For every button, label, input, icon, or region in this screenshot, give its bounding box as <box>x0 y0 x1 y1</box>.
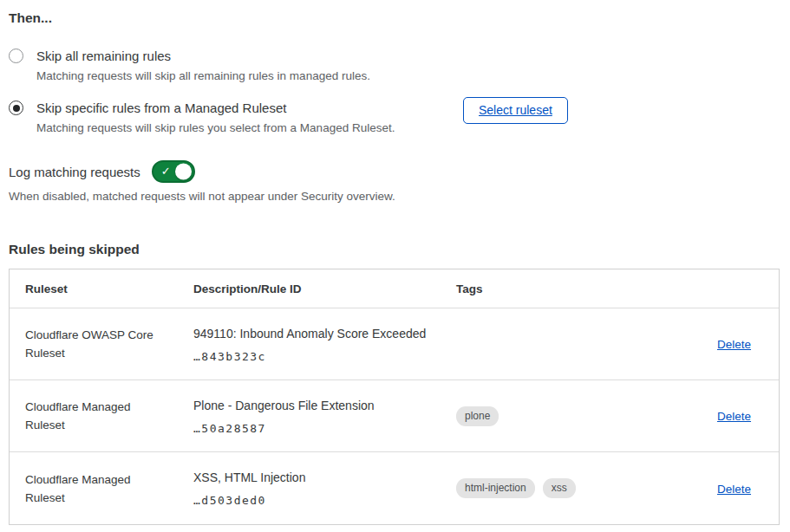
actions-cell: Delete <box>701 408 779 424</box>
tag-badge: xss <box>543 478 576 498</box>
option-label[interactable]: Skip all remaining rules <box>36 47 437 65</box>
radio-skip-specific[interactable] <box>9 101 23 115</box>
ruleset-name: Cloudflare OWASP Core Ruleset <box>10 326 178 362</box>
option-text: Skip all remaining rules Matching reques… <box>36 47 437 84</box>
check-icon: ✓ <box>161 165 171 177</box>
option-skip-all-remaining-rules: Skip all remaining rules Matching reques… <box>9 47 780 84</box>
log-toggle-description: When disabled, matched requests will not… <box>9 190 780 203</box>
tags-cell: plone <box>441 406 701 426</box>
rule-description: XSS, HTML Injection <box>193 470 428 485</box>
actions-cell: Delete <box>701 336 779 352</box>
rule-description-cell: Plone - Dangerous File Extension …50a285… <box>178 398 441 435</box>
log-toggle-switch[interactable]: ✓ <box>152 160 195 183</box>
option-skip-specific-rules: Skip specific rules from a Managed Rules… <box>9 99 780 136</box>
select-ruleset-button[interactable]: Select ruleset <box>463 97 568 124</box>
action-options: Skip all remaining rules Matching reques… <box>9 47 780 136</box>
toggle-knob <box>175 164 192 180</box>
option-text: Skip specific rules from a Managed Rules… <box>36 99 437 136</box>
tag-badge: html-injection <box>456 478 535 498</box>
waf-rule-then-panel: Then... Skip all remaining rules Matchin… <box>0 0 790 532</box>
tag-badge: plone <box>456 406 499 426</box>
ruleset-name: Cloudflare Managed Ruleset <box>10 398 178 434</box>
column-header-ruleset: Ruleset <box>10 282 178 295</box>
rule-description: 949110: Inbound Anomaly Score Exceeded <box>193 326 428 341</box>
rule-description-cell: XSS, HTML Injection …d503ded0 <box>178 470 441 507</box>
actions-cell: Delete <box>701 481 779 496</box>
rule-id: …d503ded0 <box>193 494 428 507</box>
delete-link[interactable]: Delete <box>717 483 751 496</box>
tags-cell: html-injection xss <box>441 478 701 498</box>
rule-id: …50a28587 <box>193 422 428 435</box>
then-heading: Then... <box>9 10 780 26</box>
delete-link[interactable]: Delete <box>717 410 751 423</box>
column-header-tags: Tags <box>441 282 701 295</box>
table-row: Cloudflare Managed Ruleset Plone - Dange… <box>10 380 779 452</box>
log-matching-requests-row: Log matching requests ✓ <box>9 160 780 183</box>
rules-being-skipped-table: Ruleset Description/Rule ID Tags Cloudfl… <box>9 269 780 525</box>
table-header-row: Ruleset Description/Rule ID Tags <box>10 269 779 308</box>
option-description: Matching requests will skip all remainin… <box>36 68 437 84</box>
option-description: Matching requests will skip rules you se… <box>36 120 437 136</box>
rule-description-cell: 949110: Inbound Anomaly Score Exceeded …… <box>178 326 441 363</box>
column-header-description: Description/Rule ID <box>178 282 441 295</box>
table-row: Cloudflare Managed Ruleset XSS, HTML Inj… <box>10 452 779 524</box>
log-toggle-label: Log matching requests <box>9 165 140 179</box>
rule-description: Plone - Dangerous File Extension <box>193 398 428 413</box>
option-label[interactable]: Skip specific rules from a Managed Rules… <box>36 99 437 117</box>
radio-skip-all-remaining[interactable] <box>9 49 23 63</box>
delete-link[interactable]: Delete <box>717 338 751 351</box>
rule-id: …843b323c <box>193 350 428 363</box>
ruleset-name: Cloudflare Managed Ruleset <box>10 470 178 507</box>
table-row: Cloudflare OWASP Core Ruleset 949110: In… <box>10 308 779 380</box>
rules-being-skipped-heading: Rules being skipped <box>9 242 780 257</box>
